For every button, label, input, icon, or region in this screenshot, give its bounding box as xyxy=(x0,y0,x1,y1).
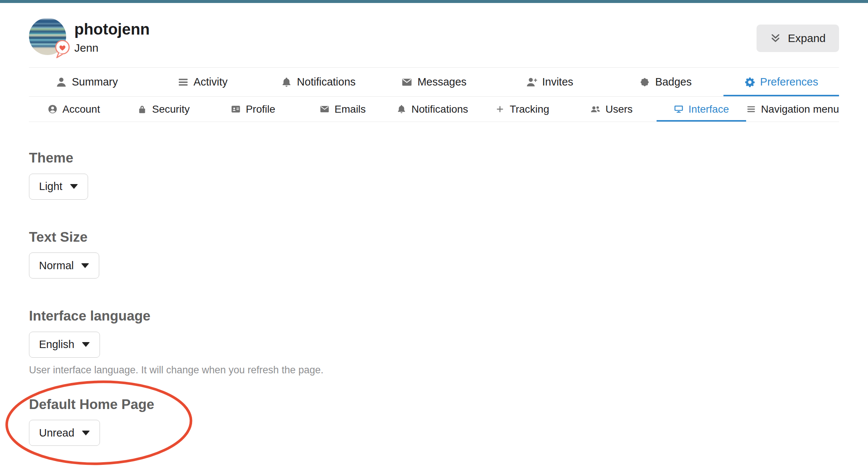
tab-preferences[interactable]: Preferences xyxy=(723,68,839,96)
language-select[interactable]: English xyxy=(29,332,100,358)
caret-down-icon xyxy=(81,263,89,268)
preferences-nav: Account Security Profile Emails Notifica… xyxy=(29,97,839,122)
users-icon xyxy=(590,104,600,114)
avatar xyxy=(29,18,66,55)
theme-selected-value: Light xyxy=(39,180,62,193)
theme-heading: Theme xyxy=(29,150,839,166)
home-page-selected-value: Unread xyxy=(39,427,74,439)
envelope-icon xyxy=(320,104,330,114)
user-plus-icon xyxy=(526,77,537,88)
bell-icon xyxy=(281,77,292,88)
profile-nav: Summary Activity Notifications Messages … xyxy=(29,68,839,97)
language-selected-value: English xyxy=(39,338,74,351)
text-size-section: Text Size Normal xyxy=(29,229,839,279)
caret-down-icon xyxy=(70,184,78,189)
user-profile-page: photojenn Jenn Expand Summary Activity xyxy=(0,3,868,446)
tab-label: Summary xyxy=(72,76,118,88)
tab-navigation-menu[interactable]: Navigation menu xyxy=(746,97,839,122)
interface-language-description: User interface language. It will change … xyxy=(29,364,839,376)
gear-icon xyxy=(744,77,755,88)
desktop-icon xyxy=(674,104,684,114)
stream-icon xyxy=(178,77,189,88)
id-card-icon xyxy=(231,104,241,114)
tab-label: Interface xyxy=(689,103,729,115)
user-names: photojenn Jenn xyxy=(74,18,150,54)
tab-label: Preferences xyxy=(760,76,818,88)
bell-icon xyxy=(396,104,407,114)
theme-select[interactable]: Light xyxy=(29,174,88,200)
tab-label: Tracking xyxy=(510,103,549,115)
user-circle-icon xyxy=(48,104,58,114)
heart-flair-badge xyxy=(54,39,71,59)
default-home-page-heading: Default Home Page xyxy=(29,397,839,413)
tab-label: Activity xyxy=(194,76,228,88)
tab-label: Account xyxy=(62,103,100,115)
tab-label: Emails xyxy=(334,103,366,115)
tab-badges[interactable]: Badges xyxy=(608,68,723,96)
tab-tracking[interactable]: Tracking xyxy=(477,97,567,122)
theme-section: Theme Light xyxy=(29,150,839,200)
caret-down-icon xyxy=(82,342,90,347)
plus-icon xyxy=(495,104,505,114)
profile-header: photojenn Jenn Expand xyxy=(29,3,839,68)
tab-invites[interactable]: Invites xyxy=(492,68,608,96)
tab-label: Users xyxy=(605,103,632,115)
tab-label: Profile xyxy=(246,103,275,115)
default-home-page-section: Default Home Page Unread xyxy=(29,397,839,446)
angles-down-icon xyxy=(770,33,781,44)
tab-security[interactable]: Security xyxy=(119,97,208,122)
tab-emails[interactable]: Emails xyxy=(298,97,388,122)
caret-down-icon xyxy=(82,431,90,435)
tab-activity[interactable]: Activity xyxy=(145,68,260,96)
certificate-icon xyxy=(639,77,650,88)
interface-language-heading: Interface language xyxy=(29,308,839,324)
envelope-icon xyxy=(401,77,412,88)
tab-summary[interactable]: Summary xyxy=(29,68,145,96)
expand-button[interactable]: Expand xyxy=(757,25,839,52)
top-accent-bar xyxy=(0,0,868,3)
tab-messages[interactable]: Messages xyxy=(376,68,492,96)
expand-label: Expand xyxy=(788,32,826,45)
user-icon xyxy=(56,77,67,88)
text-size-selected-value: Normal xyxy=(39,260,74,272)
tab-interface[interactable]: Interface xyxy=(657,97,746,122)
tab-profile[interactable]: Profile xyxy=(208,97,298,122)
text-size-heading: Text Size xyxy=(29,229,839,245)
interface-preferences: Theme Light Text Size Normal Interface l… xyxy=(29,122,839,446)
tab-label: Invites xyxy=(542,76,573,88)
tab-label: Navigation menu xyxy=(761,103,839,115)
tab-users[interactable]: Users xyxy=(567,97,656,122)
tab-account[interactable]: Account xyxy=(29,97,119,122)
tab-notifications[interactable]: Notifications xyxy=(260,68,376,96)
tab-label: Notifications xyxy=(297,76,356,88)
home-page-select[interactable]: Unread xyxy=(29,420,100,446)
tab-label: Badges xyxy=(655,76,692,88)
text-size-select[interactable]: Normal xyxy=(29,252,99,279)
interface-language-section: Interface language English User interfac… xyxy=(29,308,839,376)
tab-label: Notifications xyxy=(411,103,468,115)
bars-icon xyxy=(746,104,756,114)
display-name: Jenn xyxy=(74,42,150,54)
username: photojenn xyxy=(74,21,150,38)
tab-label: Security xyxy=(152,103,190,115)
tab-notifications-pref[interactable]: Notifications xyxy=(388,97,477,122)
tab-label: Messages xyxy=(417,76,466,88)
lock-icon xyxy=(137,104,147,114)
